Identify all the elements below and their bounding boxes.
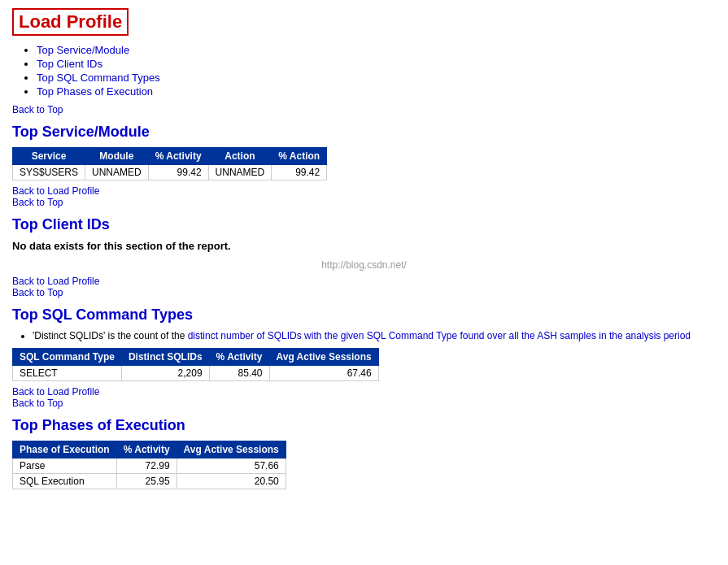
col-header-avg-active-sessions-sql: Avg Active Sessions [269,349,378,366]
col-header-sql-command-type: SQL Command Type [13,349,122,366]
no-data-client-ids: No data exists for this section of the r… [12,240,716,252]
section-service-module: Top Service/Module Service Module % Acti… [12,124,716,208]
cell-pct-activity-parse: 72.99 [116,459,177,474]
toc-item-client-ids[interactable]: Top Client IDs [37,58,102,70]
cell-phase-parse: Parse [13,459,117,474]
col-header-phase-of-execution: Phase of Execution [13,441,117,459]
back-to-load-profile-link-1[interactable]: Back to Load Profile [12,185,716,197]
back-to-top-link-3[interactable]: Back to Top [12,398,716,409]
section-sql-command-types: Top SQL Command Types 'Distinct SQLIDs' … [12,306,716,409]
col-header-action: Action [208,148,272,165]
toc-list: Top Service/Module Top Client IDs Top SQ… [12,44,716,98]
cell-avg-active-sessions-sql-execution: 20.50 [177,474,286,489]
col-header-pct-activity-sm: % Activity [148,148,208,165]
table-row: SYS$USERS UNNAMED 99.42 UNNAMED 99.42 [13,165,327,180]
back-to-top-link-0[interactable]: Back to Top [12,104,716,115]
col-header-avg-active-sessions-phase: Avg Active Sessions [177,441,286,459]
col-header-pct-activity-phase: % Activity [116,441,177,459]
back-to-load-profile-link-2[interactable]: Back to Load Profile [12,276,716,287]
section-title-sql-command-types: Top SQL Command Types [12,306,716,324]
service-module-table: Service Module % Activity Action % Actio… [12,147,327,180]
back-to-load-profile-link-3[interactable]: Back to Load Profile [12,386,716,398]
phases-of-execution-table: Phase of Execution % Activity Avg Active… [12,441,286,489]
cell-module: UNNAMED [85,165,149,180]
page-title: Load Profile [12,8,129,36]
cell-sql-command-type: SELECT [13,366,122,381]
cell-service: SYS$USERS [13,165,85,180]
cell-avg-active-sessions-parse: 57.66 [177,459,286,474]
col-header-service: Service [13,148,85,165]
cell-pct-action: 99.42 [272,165,327,180]
back-to-top-link-2[interactable]: Back to Top [12,287,716,298]
section-client-ids: Top Client IDs No data exists for this s… [12,216,716,298]
section-title-client-ids: Top Client IDs [12,216,716,233]
sql-note-list: 'Distinct SQLIDs' is the count of the di… [12,330,716,341]
table-row: Parse 72.99 57.66 [13,459,286,474]
watermark: http://blog.csdn.net/ [321,259,407,271]
back-to-top-link-1[interactable]: Back to Top [12,197,716,208]
cell-pct-activity-sm: 99.42 [148,165,208,180]
cell-pct-activity-sql-execution: 25.95 [116,474,177,489]
section-phases-of-execution: Top Phases of Execution Phase of Executi… [12,417,716,489]
cell-action: UNNAMED [208,165,272,180]
cell-pct-activity-sql: 85.40 [209,366,269,381]
col-header-pct-activity-sql: % Activity [209,349,269,366]
table-row: SQL Execution 25.95 20.50 [13,474,286,489]
toc-item-service-module[interactable]: Top Service/Module [37,44,129,56]
col-header-module: Module [85,148,149,165]
sql-note-text: 'Distinct SQLIDs' is the count of the di… [33,330,691,341]
toc-item-phases-of-execution[interactable]: Top Phases of Execution [37,85,153,98]
cell-avg-active-sessions-sql: 67.46 [269,366,378,381]
section-title-phases-of-execution: Top Phases of Execution [12,417,716,434]
cell-distinct-sqlids: 2,209 [121,366,209,381]
col-header-distinct-sqlids: Distinct SQLIDs [121,349,209,366]
col-header-pct-action: % Action [272,148,327,165]
cell-phase-sql-execution: SQL Execution [13,474,117,489]
toc-item-sql-command-types[interactable]: Top SQL Command Types [37,72,160,84]
sql-command-types-table: SQL Command Type Distinct SQLIDs % Activ… [12,348,379,381]
sql-note-item: 'Distinct SQLIDs' is the count of the di… [33,330,716,341]
section-title-service-module: Top Service/Module [12,124,716,141]
table-row: SELECT 2,209 85.40 67.46 [13,366,379,381]
